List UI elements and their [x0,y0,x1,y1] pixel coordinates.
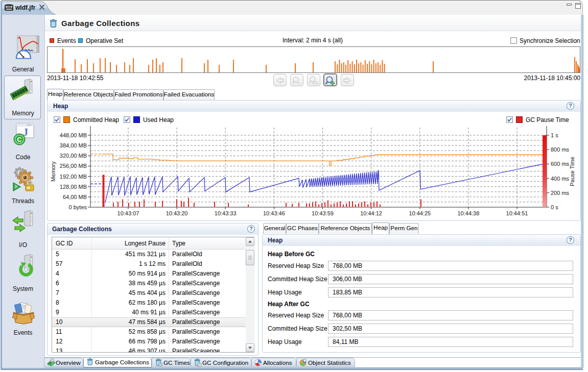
svg-text:10:43:33: 10:43:33 [215,210,237,216]
svg-text:384,00 MB: 384,00 MB [60,142,87,148]
svg-text:10:43:20: 10:43:20 [166,210,188,216]
svg-text:800 ms: 800 ms [551,146,570,153]
svg-text:192,00 MB: 192,00 MB [60,173,87,180]
svg-text:400 ms: 400 ms [551,176,570,182]
svg-text:10:43:46: 10:43:46 [263,210,285,216]
svg-text:10:44:12: 10:44:12 [360,210,382,216]
svg-text:320,00 MB: 320,00 MB [60,153,87,159]
svg-text:1 s: 1 s [551,132,558,138]
svg-text:10:43:07: 10:43:07 [117,210,139,216]
svg-text:64,00 MB: 64,00 MB [63,194,87,200]
svg-text:200 ms: 200 ms [551,190,570,196]
svg-text:448,00 MB: 448,00 MB [60,132,87,138]
svg-text:256,00 MB: 256,00 MB [60,163,87,169]
svg-text:?: ? [249,226,252,232]
svg-text:Memory: Memory [50,161,56,182]
svg-text:?: ? [569,103,572,109]
svg-text:600 ms: 600 ms [551,161,570,167]
svg-text:10:44:51: 10:44:51 [506,210,528,216]
svg-text:0 s: 0 s [551,204,558,210]
svg-text:Pause Time: Pause Time [569,157,575,186]
svg-text:0 bytes: 0 bytes [69,204,87,210]
svg-text:10:44:25: 10:44:25 [409,210,431,216]
svg-text:10:43:59: 10:43:59 [312,210,334,216]
svg-text:10:44:38: 10:44:38 [457,210,479,216]
svg-text:?: ? [569,237,572,243]
svg-text:128,00 MB: 128,00 MB [60,184,87,190]
svg-text:C: C [17,136,22,143]
